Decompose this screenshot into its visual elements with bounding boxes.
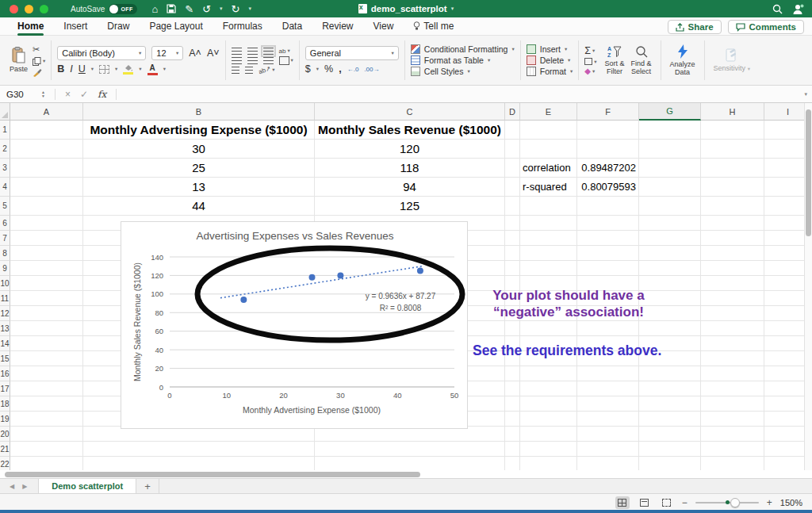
prev-sheet-icon[interactable]: ◀ bbox=[10, 483, 14, 490]
cell-E13[interactable] bbox=[520, 321, 577, 336]
cell-F19[interactable] bbox=[577, 412, 639, 427]
cell-F22[interactable] bbox=[577, 457, 639, 470]
cell-A2[interactable] bbox=[10, 140, 83, 159]
cell-G22[interactable] bbox=[639, 457, 701, 470]
sort-filter-button[interactable]: AZ Sort &Filter bbox=[602, 45, 628, 76]
comma-style-button[interactable]: , bbox=[339, 63, 341, 75]
fill-color-button[interactable] bbox=[123, 64, 133, 75]
underline-button[interactable]: U bbox=[79, 63, 86, 75]
cell-A4[interactable] bbox=[10, 178, 83, 197]
increase-font-button[interactable]: A˄ bbox=[189, 48, 201, 59]
cell-H12[interactable] bbox=[701, 306, 764, 321]
cell-A12[interactable] bbox=[10, 306, 83, 321]
cell-D5[interactable] bbox=[505, 197, 520, 216]
cell-H14[interactable] bbox=[701, 336, 764, 351]
cell-E6[interactable] bbox=[520, 216, 577, 231]
cell-H21[interactable] bbox=[701, 442, 764, 457]
align-left-button[interactable] bbox=[232, 57, 242, 64]
borders-dropdown-icon[interactable]: ▾ bbox=[115, 66, 117, 72]
cell-styles-button[interactable]: Cell Styles▾ bbox=[411, 67, 515, 76]
font-color-dropdown-icon[interactable]: ▾ bbox=[163, 66, 166, 72]
cell-G9[interactable] bbox=[639, 261, 701, 276]
cell-G16[interactable] bbox=[639, 366, 701, 381]
purple-note[interactable]: Your plot should have a “negative” assoc… bbox=[466, 287, 671, 320]
zoom-window-button[interactable] bbox=[40, 5, 48, 13]
currency-button[interactable]: $ bbox=[305, 63, 311, 75]
percent-button[interactable]: % bbox=[324, 63, 333, 75]
cell-H17[interactable] bbox=[701, 381, 764, 396]
row-header-4[interactable]: 4 bbox=[0, 178, 10, 197]
zoom-in-button[interactable]: + bbox=[767, 497, 772, 508]
cell-G5[interactable] bbox=[639, 197, 701, 216]
cell-D8[interactable] bbox=[505, 246, 520, 261]
decrease-decimal-button[interactable]: .00→ bbox=[364, 66, 379, 73]
cell-D22[interactable] bbox=[505, 457, 520, 470]
row-header-9[interactable]: 9 bbox=[0, 261, 10, 276]
clear-button[interactable]: ◆▾ bbox=[584, 67, 596, 75]
tab-data[interactable]: Data bbox=[282, 18, 302, 35]
cell-F13[interactable] bbox=[577, 321, 639, 336]
cell-G1[interactable] bbox=[639, 121, 701, 140]
zoom-out-button[interactable]: − bbox=[682, 497, 688, 508]
row-header-16[interactable]: 16 bbox=[0, 366, 10, 381]
home-icon[interactable]: ⌂ bbox=[151, 3, 158, 15]
conditional-formatting-button[interactable]: Conditional Formatting▾ bbox=[411, 44, 515, 54]
cell-A5[interactable] bbox=[10, 197, 83, 216]
close-window-button[interactable] bbox=[10, 5, 18, 13]
row-header-6[interactable]: 6 bbox=[0, 216, 10, 231]
row-header-8[interactable]: 8 bbox=[0, 246, 10, 261]
cell-G6[interactable] bbox=[639, 216, 701, 231]
horizontal-scrollbar[interactable] bbox=[0, 470, 812, 478]
cell-D20[interactable] bbox=[505, 427, 520, 442]
column-header-B[interactable]: B bbox=[83, 103, 315, 121]
cell-A14[interactable] bbox=[10, 336, 83, 351]
cell-A21[interactable] bbox=[10, 442, 83, 457]
cell-H3[interactable] bbox=[701, 159, 764, 178]
cell-H13[interactable] bbox=[701, 321, 764, 336]
cell-H5[interactable] bbox=[701, 197, 764, 216]
cell-E20[interactable] bbox=[520, 427, 577, 442]
delete-cells-button[interactable]: Delete▾ bbox=[527, 56, 573, 65]
cell-B1[interactable]: Monthly Advertising Expense ($1000) bbox=[83, 121, 315, 140]
row-header-22[interactable]: 22 bbox=[0, 457, 10, 470]
borders-button[interactable] bbox=[99, 65, 109, 74]
cell-D7[interactable] bbox=[505, 231, 520, 246]
cell-A8[interactable] bbox=[10, 246, 83, 261]
increase-decimal-button[interactable]: ←.0 bbox=[347, 66, 359, 73]
zoom-slider[interactable] bbox=[695, 502, 759, 503]
document-title[interactable]: demo_scatterplot bbox=[371, 4, 447, 13]
align-middle-button[interactable] bbox=[247, 48, 258, 55]
copy-button[interactable]: ▾ bbox=[33, 57, 45, 66]
cell-H22[interactable] bbox=[701, 457, 764, 470]
cell-H2[interactable] bbox=[701, 140, 764, 159]
account-icon[interactable] bbox=[792, 4, 804, 14]
blue-note[interactable]: See the requirements above. bbox=[473, 343, 695, 359]
cell-B4[interactable]: 13 bbox=[83, 178, 315, 197]
cell-F2[interactable] bbox=[577, 140, 639, 159]
tab-tell-me[interactable]: Tell me bbox=[413, 18, 454, 35]
vertical-scrollbar[interactable] bbox=[804, 103, 812, 470]
name-box-stepper[interactable]: ▲▼ bbox=[41, 90, 45, 98]
bold-button[interactable]: B bbox=[57, 63, 64, 75]
align-center-button[interactable] bbox=[247, 57, 258, 64]
tab-review[interactable]: Review bbox=[322, 18, 353, 35]
format-cells-button[interactable]: Format▾ bbox=[527, 67, 573, 76]
column-header-C[interactable]: C bbox=[315, 103, 505, 121]
autosum-button[interactable]: Σ▾ bbox=[584, 45, 596, 56]
cell-G19[interactable] bbox=[639, 412, 701, 427]
cell-H9[interactable] bbox=[701, 261, 764, 276]
formula-bar-expand-icon[interactable]: ▾ bbox=[804, 91, 807, 98]
row-header-14[interactable]: 14 bbox=[0, 336, 10, 351]
cell-A18[interactable] bbox=[10, 396, 83, 412]
cell-D1[interactable] bbox=[505, 121, 520, 140]
cell-F6[interactable] bbox=[577, 216, 639, 231]
italic-button[interactable]: I bbox=[70, 63, 72, 75]
align-right-button[interactable] bbox=[263, 57, 274, 64]
cell-F21[interactable] bbox=[577, 442, 639, 457]
vertical-scrollbar-thumb[interactable] bbox=[806, 109, 811, 236]
cell-G20[interactable] bbox=[639, 427, 701, 442]
cell-A13[interactable] bbox=[10, 321, 83, 336]
scatter-chart[interactable]: 02040608010012014001020304050y = 0.9636x… bbox=[121, 221, 468, 429]
next-sheet-icon[interactable]: ▶ bbox=[22, 483, 27, 490]
cell-H1[interactable] bbox=[701, 121, 764, 140]
